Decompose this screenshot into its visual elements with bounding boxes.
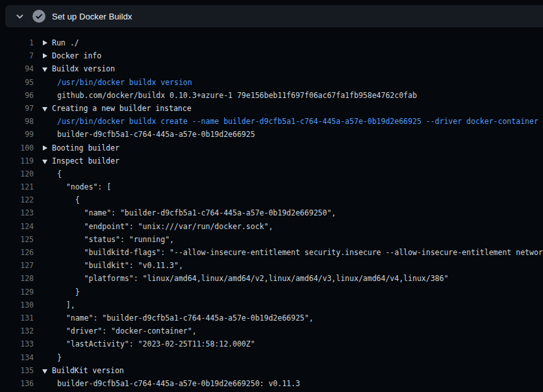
- output-text: "endpoint": "unix:///var/run/docker.sock…: [57, 222, 273, 231]
- line-number[interactable]: 121: [0, 180, 34, 193]
- line-number[interactable]: 129: [0, 286, 34, 299]
- log-line: 128 "platforms": "linux/amd64,linux/amd6…: [0, 272, 543, 285]
- command-text: /usr/bin/docker buildx create --name bui…: [57, 117, 538, 126]
- log-line: 119Inspect builder: [0, 154, 543, 167]
- expand-group-icon[interactable]: [43, 53, 47, 58]
- log-line: 130 ],: [0, 299, 543, 312]
- step-header[interactable]: Set up Docker Buildx: [5, 5, 543, 27]
- log-line: 135BuildKit version: [0, 364, 543, 377]
- line-number[interactable]: 94: [0, 62, 34, 75]
- log-line: 126 "buildkitd-flags": "--allow-insecure…: [0, 246, 543, 259]
- line-number[interactable]: 125: [0, 233, 34, 246]
- line-number[interactable]: 95: [0, 76, 34, 89]
- log-line: 120{: [0, 167, 543, 180]
- output-text: "lastActivity": "2023-02-25T11:58:12.000…: [57, 339, 255, 349]
- line-number[interactable]: 127: [0, 259, 34, 272]
- log-line: 98/usr/bin/docker buildx create --name b…: [0, 115, 543, 128]
- line-number[interactable]: 134: [0, 351, 34, 364]
- line-number[interactable]: 124: [0, 220, 34, 233]
- group-title[interactable]: Booting builder: [52, 143, 120, 153]
- line-number[interactable]: 130: [0, 299, 34, 312]
- log-line: 133 "lastActivity": "2023-02-25T11:58:12…: [0, 337, 543, 350]
- output-text: }: [57, 288, 80, 297]
- log-line: 136builder-d9cfb5a1-c764-445a-a57e-0b19d…: [0, 377, 543, 390]
- log-line: 94Buildx version: [0, 62, 543, 75]
- output-text: "name": "builder-d9cfb5a1-c764-445a-a57e…: [57, 313, 314, 323]
- log-line: 95/usr/bin/docker buildx version: [0, 76, 543, 89]
- log-line: 134}: [0, 351, 543, 364]
- line-number[interactable]: 136: [0, 377, 34, 390]
- log-line: 99builder-d9cfb5a1-c764-445a-a57e-0b19d2…: [0, 128, 543, 141]
- log-line: 121 "nodes": [: [0, 180, 543, 193]
- chevron-down-icon[interactable]: [16, 12, 24, 21]
- step-title: Set up Docker Buildx: [52, 12, 132, 21]
- line-number[interactable]: 97: [0, 102, 34, 115]
- group-title[interactable]: Buildx version: [52, 64, 115, 73]
- command-text: /usr/bin/docker buildx version: [57, 78, 192, 87]
- log-console: 1Run ./7Docker info94Buildx version95/us…: [0, 27, 543, 392]
- output-text: {: [57, 195, 80, 204]
- log-line: 1Run ./: [0, 36, 543, 49]
- log-line: 123 "name": "builder-d9cfb5a1-c764-445a-…: [0, 206, 543, 219]
- line-number[interactable]: 98: [0, 115, 34, 128]
- group-title[interactable]: Run ./: [52, 38, 79, 47]
- output-text: "platforms": "linux/amd64,linux/amd64/v2…: [57, 274, 448, 283]
- line-number[interactable]: 99: [0, 128, 34, 141]
- log-line: 125 "status": "running",: [0, 233, 543, 246]
- group-title[interactable]: Creating a new builder instance: [52, 104, 192, 113]
- expand-group-icon[interactable]: [43, 145, 47, 151]
- output-text: {: [57, 169, 62, 178]
- line-number[interactable]: 135: [0, 364, 34, 377]
- output-text: github.com/docker/buildx 0.10.3+azure-1 …: [57, 91, 417, 100]
- collapse-group-icon[interactable]: [42, 67, 47, 72]
- line-number[interactable]: 100: [0, 141, 34, 154]
- line-number[interactable]: 120: [0, 167, 34, 180]
- log-line: 132 "driver": "docker-container",: [0, 325, 543, 337]
- group-title[interactable]: BuildKit version: [52, 366, 124, 375]
- log-line: 127 "buildkit": "v0.11.3",: [0, 259, 543, 272]
- collapse-group-icon[interactable]: [42, 107, 47, 112]
- log-line: 97Creating a new builder instance: [0, 102, 543, 115]
- log-line: 129 }: [0, 286, 543, 299]
- line-number[interactable]: 132: [0, 325, 34, 337]
- line-number[interactable]: 131: [0, 312, 34, 325]
- line-number[interactable]: 122: [0, 193, 34, 206]
- output-text: ],: [57, 300, 75, 310]
- line-number[interactable]: 128: [0, 272, 34, 285]
- line-number[interactable]: 119: [0, 154, 34, 167]
- line-number[interactable]: 123: [0, 206, 34, 219]
- output-text: "driver": "docker-container",: [57, 326, 197, 336]
- log-line: 122 {: [0, 193, 543, 206]
- collapse-group-icon[interactable]: [42, 160, 47, 164]
- log-line: 131 "name": "builder-d9cfb5a1-c764-445a-…: [0, 312, 543, 325]
- group-title[interactable]: Docker info: [52, 51, 101, 60]
- log-line: 100Booting builder: [0, 141, 543, 154]
- line-number[interactable]: 1: [0, 36, 34, 49]
- log-line: 7Docker info: [0, 49, 543, 62]
- output-text: }: [57, 353, 62, 362]
- group-title[interactable]: Inspect builder: [52, 156, 120, 165]
- output-text: "name": "builder-d9cfb5a1-c764-445a-a57e…: [57, 208, 336, 217]
- output-text: "buildkitd-flags": "--allow-insecure-ent…: [57, 248, 543, 257]
- line-number[interactable]: 96: [0, 89, 34, 102]
- output-text: builder-d9cfb5a1-c764-445a-a57e-0b19d2e6…: [57, 130, 255, 139]
- check-circle-icon: [32, 10, 45, 23]
- collapse-group-icon[interactable]: [42, 369, 47, 374]
- output-text: "nodes": [: [57, 182, 111, 191]
- expand-group-icon[interactable]: [43, 40, 47, 45]
- line-number[interactable]: 133: [0, 337, 34, 350]
- output-text: "status": "running",: [57, 235, 174, 244]
- output-text: "buildkit": "v0.11.3",: [57, 261, 183, 270]
- actions-log-page: Set up Docker Buildx 1Run ./7Docker info…: [0, 0, 543, 392]
- log-line: 96github.com/docker/buildx 0.10.3+azure-…: [0, 89, 543, 102]
- output-text: builder-d9cfb5a1-c764-445a-a57e-0b19d2e6…: [57, 379, 300, 388]
- line-number[interactable]: 126: [0, 246, 34, 259]
- log-line: 124 "endpoint": "unix:///var/run/docker.…: [0, 220, 543, 233]
- line-number[interactable]: 7: [0, 49, 34, 62]
